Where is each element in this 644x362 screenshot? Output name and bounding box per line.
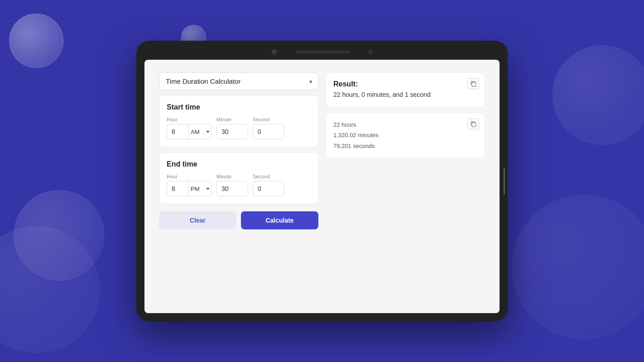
calculator-type-selector[interactable]: Time Duration Calculator Date Calculator… xyxy=(159,72,318,90)
start-time-title: Start time xyxy=(167,103,311,111)
tablet-mic xyxy=(368,50,373,54)
svg-rect-1 xyxy=(472,123,476,127)
result-secondary-text: 22 hours 1,320.02 minutes 79,201 seconds xyxy=(333,119,477,151)
end-hour-label: Hour xyxy=(167,174,212,179)
copy-secondary-icon xyxy=(470,121,476,127)
start-hour-label: Hour xyxy=(167,117,212,122)
start-minute-input[interactable] xyxy=(216,124,248,139)
end-time-fields: Hour AM PM Minute xyxy=(167,174,311,196)
bubble-5 xyxy=(553,45,644,145)
end-second-input[interactable] xyxy=(253,181,284,196)
bubble-6 xyxy=(512,195,644,339)
tablet-top-bar xyxy=(144,49,500,55)
end-time-section: End time Hour AM PM xyxy=(159,152,318,204)
result-card-main: Result: 22 hours, 0 minutes, and 1 secon… xyxy=(326,72,485,107)
start-hour-group: Hour AM PM xyxy=(167,117,212,139)
result-seconds: 79,201 seconds xyxy=(333,141,477,151)
start-ampm-select[interactable]: AM PM xyxy=(188,124,212,139)
right-panel: Result: 22 hours, 0 minutes, and 1 secon… xyxy=(326,72,485,229)
tablet-screen: Time Duration Calculator Date Calculator… xyxy=(144,60,500,313)
calculate-button[interactable]: Calculate xyxy=(241,211,318,229)
tablet-camera xyxy=(271,49,278,55)
result-hours: 22 hours xyxy=(333,119,477,130)
result-title: Result: xyxy=(333,80,477,88)
start-second-input[interactable] xyxy=(253,124,284,139)
result-main-text: 22 hours, 0 minutes, and 1 second xyxy=(333,90,477,100)
start-time-section: Start time Hour AM PM xyxy=(159,95,318,147)
end-minute-input[interactable] xyxy=(216,181,248,196)
start-hour-ampm-group: AM PM xyxy=(167,124,212,139)
start-minute-label: Minute xyxy=(216,117,248,122)
end-second-group: Second xyxy=(253,174,284,196)
result-card-secondary: 22 hours 1,320.02 minutes 79,201 seconds xyxy=(326,113,485,158)
end-second-label: Second xyxy=(253,174,284,179)
action-buttons: Clear Calculate xyxy=(159,211,318,229)
copy-secondary-button[interactable] xyxy=(467,119,479,129)
end-minute-label: Minute xyxy=(216,174,248,179)
start-time-fields: Hour AM PM Minute xyxy=(167,117,311,139)
left-panel: Time Duration Calculator Date Calculator… xyxy=(159,72,318,229)
end-hour-ampm-group: AM PM xyxy=(167,181,212,196)
bubble-1 xyxy=(9,14,63,68)
svg-rect-0 xyxy=(472,82,476,86)
end-hour-input[interactable] xyxy=(167,181,188,196)
clear-button[interactable]: Clear xyxy=(159,211,236,229)
app-container: Time Duration Calculator Date Calculator… xyxy=(159,71,485,229)
start-second-label: Second xyxy=(253,117,284,122)
start-hour-input[interactable] xyxy=(167,124,188,139)
calculator-select[interactable]: Time Duration Calculator Date Calculator… xyxy=(159,73,318,90)
tablet-speaker xyxy=(296,51,350,53)
copy-icon xyxy=(470,81,476,87)
end-hour-group: Hour AM PM xyxy=(167,174,212,196)
end-ampm-select[interactable]: AM PM xyxy=(188,181,212,196)
copy-result-button[interactable] xyxy=(467,78,479,89)
end-time-title: End time xyxy=(167,160,311,168)
result-minutes: 1,320.02 minutes xyxy=(333,130,477,140)
tablet-frame: Time Duration Calculator Date Calculator… xyxy=(136,41,508,321)
end-minute-group: Minute xyxy=(216,174,248,196)
start-second-group: Second xyxy=(253,117,284,139)
start-minute-group: Minute xyxy=(216,117,248,139)
